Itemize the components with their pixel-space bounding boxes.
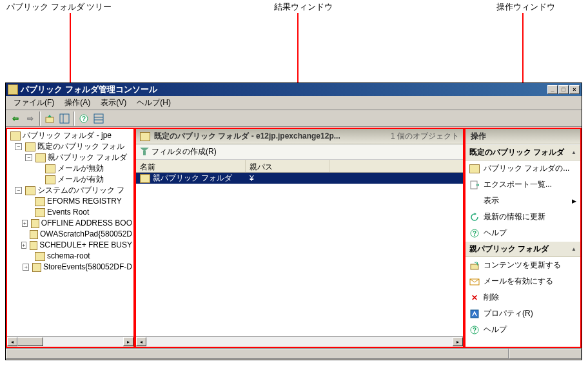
folder-icon [35, 197, 45, 206]
folder-icon [25, 142, 35, 151]
tree-node-default-pf[interactable]: −既定のパブリック フォル [8, 141, 132, 152]
folder-tree[interactable]: パブリック フォルダ - jpe −既定のパブリック フォル −親パブリック フ… [7, 129, 133, 274]
chevron-up-icon: ▲ [571, 246, 576, 252]
nav-back-button[interactable]: ⇦ [8, 111, 23, 126]
minimize-button[interactable]: _ [547, 85, 558, 94]
svg-text:?: ? [473, 230, 476, 237]
action-label: 最新の情報に更新 [484, 211, 545, 222]
result-row[interactable]: 親パブリック フォルダ ¥ [136, 173, 463, 184]
folder-icon [140, 174, 150, 183]
tree-label: 親パブリック フォルダ [48, 152, 127, 163]
action-pf-view[interactable]: パブリック フォルダの... [466, 160, 580, 177]
list-view-button[interactable] [92, 111, 106, 126]
help-button[interactable]: ? [77, 111, 91, 126]
menu-file[interactable]: ファイル(F) [8, 95, 59, 110]
scroll-track[interactable] [17, 337, 123, 347]
folder-icon [35, 208, 45, 217]
tree-label: 既定のパブリック フォル [37, 141, 124, 152]
action-label: ヘルプ [484, 324, 507, 335]
tree-label: StoreEvents{580052DF-D [43, 262, 132, 273]
tree-node-oab[interactable]: +OFFLINE ADDRESS BOO [8, 218, 132, 229]
action-label: エクスポート一覧... [484, 179, 552, 190]
folder-icon [469, 164, 480, 173]
expand-icon[interactable]: + [22, 220, 28, 227]
menu-help[interactable]: ヘルプ(H) [132, 95, 176, 110]
tree-h-scrollbar[interactable]: ◂ ▸ [7, 336, 133, 347]
action-update-content[interactable]: コンテンツを更新する [466, 257, 580, 273]
action-label: 削除 [484, 292, 499, 303]
results-title: 既定のパブリック フォルダ - e12jp.jpexchange12p... [154, 131, 387, 142]
filter-create-link[interactable]: フィルタの作成(R) [152, 146, 217, 157]
tree-node-parent-pf[interactable]: −親パブリック フォルダ [8, 152, 132, 163]
tree-node-schedule[interactable]: +SCHEDULE+ FREE BUSY [8, 240, 132, 251]
action-refresh[interactable]: 最新の情報に更新 [466, 209, 580, 225]
tree-node-root[interactable]: パブリック フォルダ - jpe [8, 130, 132, 141]
tree-label: メールが無効 [57, 163, 104, 174]
column-header-parent[interactable]: 親パス [246, 160, 329, 172]
action-help[interactable]: ?ヘルプ [466, 225, 580, 241]
tree-label: Events Root [47, 207, 89, 218]
collapse-icon[interactable]: − [15, 187, 22, 194]
annotation-results-label: 結果ウィンドウ [274, 1, 333, 13]
svg-rect-1 [60, 114, 69, 123]
section-title: 既定のパブリック フォルダ [469, 147, 564, 158]
help-icon: ? [79, 113, 89, 124]
tree-node-mail-enabled[interactable]: メールが有効 [8, 174, 132, 185]
tree-node-owa[interactable]: OWAScratchPad{580052D [8, 229, 132, 240]
scroll-left-button[interactable]: ◂ [7, 337, 17, 346]
actions-section-parent-pf[interactable]: 親パブリック フォルダ ▲ [466, 241, 580, 257]
folder-icon [35, 153, 46, 162]
results-panel: 既定のパブリック フォルダ - e12jp.jpexchange12p... 1… [135, 128, 464, 348]
action-enable-mail[interactable]: メールを有効にする [466, 273, 580, 289]
tree-view-icon [59, 113, 70, 124]
column-headers: 名前 親パス [136, 160, 463, 173]
action-label: メールを有効にする [484, 276, 553, 287]
expand-icon[interactable]: + [23, 264, 29, 271]
action-help-2[interactable]: ?ヘルプ [466, 322, 580, 338]
maximize-button[interactable]: □ [558, 85, 569, 94]
action-delete[interactable]: ✕削除 [466, 289, 580, 305]
tree-node-system-pf[interactable]: −システムのパブリック フ [8, 185, 132, 196]
show-tree-button[interactable] [57, 111, 72, 126]
annotation-actions-label: 操作ウィンドウ [496, 1, 555, 13]
tree-node-eforms[interactable]: EFORMS REGISTRY [8, 196, 132, 207]
tree-node-schema[interactable]: schema-root [8, 251, 132, 262]
menu-action[interactable]: 操作(A) [59, 95, 95, 110]
scroll-left-button[interactable]: ◂ [136, 337, 146, 346]
toolbar: ⇦ ⇨ ? [6, 110, 582, 127]
collapse-icon[interactable]: − [15, 143, 22, 150]
svg-text:?: ? [82, 115, 86, 122]
properties-icon [469, 309, 480, 319]
close-button[interactable]: × [569, 85, 580, 94]
tree-node-events-root[interactable]: Events Root [8, 207, 132, 218]
up-folder-icon [44, 113, 55, 124]
scroll-right-button[interactable]: ▸ [123, 337, 133, 346]
chevron-up-icon: ▲ [571, 150, 576, 155]
up-button[interactable] [43, 111, 57, 126]
expand-icon[interactable]: + [21, 242, 27, 249]
action-export[interactable]: エクスポート一覧... [466, 177, 580, 193]
column-header-name[interactable]: 名前 [136, 160, 246, 172]
window-title: パブリック フォルダ管理コンソール [21, 84, 157, 95]
folder-icon [45, 164, 55, 173]
nav-forward-button[interactable]: ⇨ [23, 111, 37, 126]
action-view[interactable]: 表示▶ [466, 193, 580, 209]
tree-node-store-events[interactable]: +StoreEvents{580052DF-D [8, 262, 132, 273]
tree-label: OWAScratchPad{580052D [40, 229, 132, 240]
action-label: プロパティ(R) [484, 308, 533, 319]
tree-node-mail-disabled[interactable]: メールが無効 [8, 163, 132, 174]
annotation-tree-label: パブリック フォルダ ツリー [6, 1, 112, 13]
results-list: 親パブリック フォルダ ¥ [136, 173, 463, 336]
collapse-icon[interactable]: − [25, 154, 32, 161]
action-label: ヘルプ [484, 228, 507, 238]
actions-section-default-pf[interactable]: 既定のパブリック フォルダ ▲ [466, 144, 580, 160]
action-properties[interactable]: プロパティ(R) [466, 305, 580, 322]
scroll-track[interactable] [146, 337, 453, 347]
menu-view[interactable]: 表示(V) [95, 95, 132, 110]
scroll-right-button[interactable]: ▸ [453, 337, 463, 346]
scroll-thumb[interactable] [17, 337, 43, 346]
folder-icon [32, 263, 41, 272]
results-h-scrollbar[interactable]: ◂ ▸ [136, 336, 463, 347]
mail-icon [469, 276, 480, 287]
tree-label: OFFLINE ADDRESS BOO [41, 218, 132, 229]
